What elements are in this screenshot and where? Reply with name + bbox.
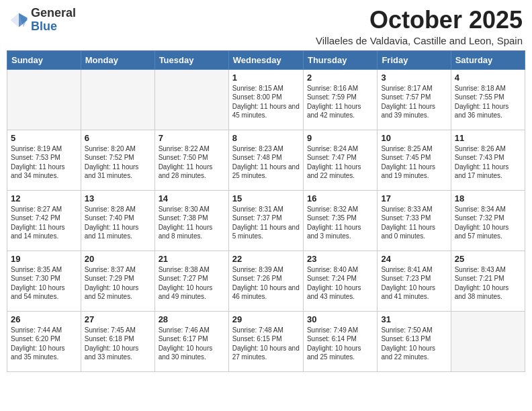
cell-content: Sunrise: 8:25 AMSunset: 7:45 PMDaylight:…: [381, 144, 447, 181]
cell-content: Sunrise: 8:33 AMSunset: 7:33 PMDaylight:…: [381, 205, 447, 241]
cell-content: Sunrise: 8:16 AMSunset: 7:59 PMDaylight:…: [307, 84, 373, 120]
day-number: 1: [232, 73, 300, 83]
calendar-cell: 5Sunrise: 8:19 AMSunset: 7:53 PMDaylight…: [7, 130, 81, 190]
cell-content: Sunrise: 8:37 AMSunset: 7:29 PMDaylight:…: [85, 265, 151, 302]
day-number: 22: [232, 254, 300, 264]
calendar-cell: 16Sunrise: 8:32 AMSunset: 7:35 PMDayligh…: [303, 190, 377, 250]
calendar-cell: 18Sunrise: 8:34 AMSunset: 7:32 PMDayligh…: [451, 190, 525, 250]
header: General Blue October 2025 Villaeles de V…: [7, 7, 525, 46]
weekday-header: Sunday: [7, 50, 81, 69]
cell-content: Sunrise: 8:20 AMSunset: 7:52 PMDaylight:…: [85, 144, 151, 181]
weekday-header: Wednesday: [228, 50, 303, 69]
cell-content: Sunrise: 8:39 AMSunset: 7:26 PMDaylight:…: [232, 265, 300, 302]
weekday-header: Friday: [378, 50, 451, 69]
cell-content: Sunrise: 7:49 AMSunset: 6:14 PMDaylight:…: [307, 326, 373, 362]
calendar-cell: 17Sunrise: 8:33 AMSunset: 7:33 PMDayligh…: [378, 190, 451, 250]
logo-blue: Blue: [31, 20, 76, 34]
calendar-week-row: 1Sunrise: 8:15 AMSunset: 8:00 PMDaylight…: [7, 69, 525, 130]
calendar-cell: 14Sunrise: 8:30 AMSunset: 7:38 PMDayligh…: [154, 190, 228, 250]
weekday-header: Saturday: [451, 50, 525, 69]
cell-content: Sunrise: 8:23 AMSunset: 7:48 PMDaylight:…: [232, 144, 300, 181]
calendar-cell: 26Sunrise: 7:44 AMSunset: 6:20 PMDayligh…: [7, 311, 81, 371]
cell-content: Sunrise: 8:35 AMSunset: 7:30 PMDaylight:…: [11, 265, 77, 302]
day-number: 6: [85, 133, 151, 143]
calendar-cell: 27Sunrise: 7:45 AMSunset: 6:18 PMDayligh…: [81, 311, 154, 371]
calendar-week-row: 12Sunrise: 8:27 AMSunset: 7:42 PMDayligh…: [7, 190, 525, 250]
calendar-week-row: 5Sunrise: 8:19 AMSunset: 7:53 PMDaylight…: [7, 130, 525, 190]
location-title: Villaeles de Valdavia, Castille and Leon…: [316, 35, 523, 46]
day-number: 14: [159, 193, 225, 203]
cell-content: Sunrise: 8:30 AMSunset: 7:38 PMDaylight:…: [159, 205, 225, 241]
calendar-cell: [451, 311, 525, 371]
cell-content: Sunrise: 8:27 AMSunset: 7:42 PMDaylight:…: [11, 205, 77, 241]
day-number: 16: [307, 193, 373, 203]
day-number: 13: [85, 193, 151, 203]
day-number: 28: [159, 314, 225, 324]
day-number: 9: [307, 133, 373, 143]
cell-content: Sunrise: 8:22 AMSunset: 7:50 PMDaylight:…: [159, 144, 225, 181]
calendar-cell: 31Sunrise: 7:50 AMSunset: 6:13 PMDayligh…: [378, 311, 451, 371]
calendar-cell: 10Sunrise: 8:25 AMSunset: 7:45 PMDayligh…: [378, 130, 451, 190]
calendar-cell: 4Sunrise: 8:18 AMSunset: 7:55 PMDaylight…: [451, 69, 525, 130]
calendar-cell: 11Sunrise: 8:26 AMSunset: 7:43 PMDayligh…: [451, 130, 525, 190]
day-number: 5: [11, 133, 77, 143]
cell-content: Sunrise: 7:46 AMSunset: 6:17 PMDaylight:…: [159, 326, 225, 362]
day-number: 31: [381, 314, 447, 324]
calendar-table: SundayMondayTuesdayWednesdayThursdayFrid…: [7, 50, 525, 372]
calendar-cell: 2Sunrise: 8:16 AMSunset: 7:59 PMDaylight…: [303, 69, 377, 130]
calendar-cell: 13Sunrise: 8:28 AMSunset: 7:40 PMDayligh…: [81, 190, 154, 250]
calendar-cell: 6Sunrise: 8:20 AMSunset: 7:52 PMDaylight…: [81, 130, 154, 190]
day-number: 18: [455, 193, 521, 203]
cell-content: Sunrise: 8:19 AMSunset: 7:53 PMDaylight:…: [11, 144, 77, 181]
day-number: 21: [159, 254, 225, 264]
day-number: 30: [307, 314, 373, 324]
logo-text: General Blue: [31, 7, 76, 34]
day-number: 4: [455, 73, 521, 83]
weekday-header: Tuesday: [154, 50, 228, 69]
calendar-cell: 9Sunrise: 8:24 AMSunset: 7:47 PMDaylight…: [303, 130, 377, 190]
cell-content: Sunrise: 8:18 AMSunset: 7:55 PMDaylight:…: [455, 84, 521, 120]
day-number: 20: [85, 254, 151, 264]
day-number: 8: [232, 133, 300, 143]
cell-content: Sunrise: 7:45 AMSunset: 6:18 PMDaylight:…: [85, 326, 151, 362]
calendar-cell: 15Sunrise: 8:31 AMSunset: 7:37 PMDayligh…: [228, 190, 303, 250]
calendar-cell: 25Sunrise: 8:43 AMSunset: 7:21 PMDayligh…: [451, 250, 525, 311]
cell-content: Sunrise: 8:34 AMSunset: 7:32 PMDaylight:…: [455, 205, 521, 241]
cell-content: Sunrise: 8:15 AMSunset: 8:00 PMDaylight:…: [232, 84, 300, 120]
weekday-header: Thursday: [303, 50, 377, 69]
day-number: 25: [455, 254, 521, 264]
day-number: 29: [232, 314, 300, 324]
calendar-header-row: SundayMondayTuesdayWednesdayThursdayFrid…: [7, 50, 525, 69]
calendar-cell: 30Sunrise: 7:49 AMSunset: 6:14 PMDayligh…: [303, 311, 377, 371]
cell-content: Sunrise: 8:40 AMSunset: 7:24 PMDaylight:…: [307, 265, 373, 302]
cell-content: Sunrise: 8:31 AMSunset: 7:37 PMDaylight:…: [232, 205, 300, 241]
calendar-cell: 22Sunrise: 8:39 AMSunset: 7:26 PMDayligh…: [228, 250, 303, 311]
day-number: 24: [381, 254, 447, 264]
cell-content: Sunrise: 8:38 AMSunset: 7:27 PMDaylight:…: [159, 265, 225, 302]
day-number: 19: [11, 254, 77, 264]
day-number: 11: [455, 133, 521, 143]
calendar-cell: 3Sunrise: 8:17 AMSunset: 7:57 PMDaylight…: [378, 69, 451, 130]
day-number: 15: [232, 193, 300, 203]
day-number: 26: [11, 314, 77, 324]
calendar-cell: [154, 69, 228, 130]
day-number: 17: [381, 193, 447, 203]
cell-content: Sunrise: 8:26 AMSunset: 7:43 PMDaylight:…: [455, 144, 521, 181]
calendar-week-row: 26Sunrise: 7:44 AMSunset: 6:20 PMDayligh…: [7, 311, 525, 371]
cell-content: Sunrise: 7:48 AMSunset: 6:15 PMDaylight:…: [232, 326, 300, 362]
calendar-cell: 24Sunrise: 8:41 AMSunset: 7:23 PMDayligh…: [378, 250, 451, 311]
cell-content: Sunrise: 8:17 AMSunset: 7:57 PMDaylight:…: [381, 84, 447, 120]
logo: General Blue: [9, 7, 76, 34]
calendar-cell: 19Sunrise: 8:35 AMSunset: 7:30 PMDayligh…: [7, 250, 81, 311]
calendar-cell: [7, 69, 81, 130]
weekday-header: Monday: [81, 50, 154, 69]
logo-icon: [9, 11, 28, 30]
calendar-cell: 12Sunrise: 8:27 AMSunset: 7:42 PMDayligh…: [7, 190, 81, 250]
day-number: 23: [307, 254, 373, 264]
calendar-cell: 1Sunrise: 8:15 AMSunset: 8:00 PMDaylight…: [228, 69, 303, 130]
day-number: 3: [381, 73, 447, 83]
day-number: 10: [381, 133, 447, 143]
calendar-cell: 29Sunrise: 7:48 AMSunset: 6:15 PMDayligh…: [228, 311, 303, 371]
calendar-cell: 7Sunrise: 8:22 AMSunset: 7:50 PMDaylight…: [154, 130, 228, 190]
month-title: October 2025: [316, 7, 523, 34]
